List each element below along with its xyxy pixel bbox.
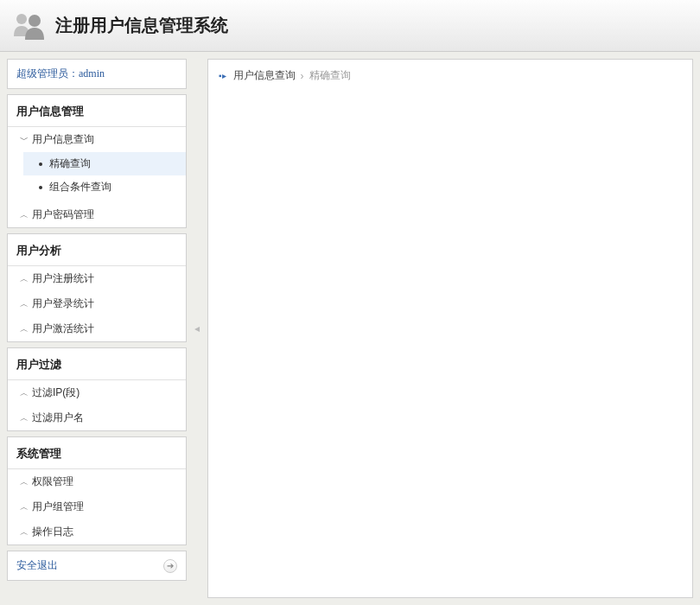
chevron-left-icon: ◂ bbox=[194, 311, 200, 346]
menu-label: 过滤用户名 bbox=[32, 411, 84, 425]
menu-permission-mgmt[interactable]: ︿ 权限管理 bbox=[8, 469, 186, 494]
menu-label: 过滤IP(段) bbox=[32, 385, 80, 400]
menu-label: 操作日志 bbox=[32, 525, 73, 539]
breadcrumb: ▪▸ 用户信息查询 › 精确查询 bbox=[219, 68, 682, 83]
sidebar-collapse-handle[interactable]: ◂ bbox=[194, 59, 200, 598]
section-user-info-mgmt: 用户信息管理 ﹀ 用户信息查询 精确查询 组合条件查询 ︿ 用户密码管理 bbox=[7, 94, 187, 228]
chevron-up-icon: ︿ bbox=[20, 209, 29, 221]
bullet-icon bbox=[39, 162, 42, 166]
menu-label: 用户密码管理 bbox=[32, 207, 94, 222]
chevron-up-icon: ︿ bbox=[20, 501, 29, 513]
section-title: 系统管理 bbox=[8, 437, 186, 469]
content-panel: ▪▸ 用户信息查询 › 精确查询 bbox=[207, 59, 693, 598]
menu-operation-log[interactable]: ︿ 操作日志 bbox=[8, 519, 186, 544]
menu-label: 用户激活统计 bbox=[32, 322, 94, 336]
breadcrumb-icon: ▪▸ bbox=[219, 71, 226, 80]
menu-user-info-query[interactable]: ﹀ 用户信息查询 bbox=[8, 127, 186, 152]
section-system-mgmt: 系统管理 ︿ 权限管理 ︿ 用户组管理 ︿ 操作日志 bbox=[7, 436, 187, 545]
chevron-up-icon: ︿ bbox=[20, 298, 29, 310]
admin-info: 超级管理员：admin bbox=[7, 59, 187, 89]
submenu-user-info-query: 精确查询 组合条件查询 bbox=[8, 152, 186, 202]
menu-user-register-stats[interactable]: ︿ 用户注册统计 bbox=[8, 266, 186, 291]
menu-label: 用户注册统计 bbox=[32, 271, 94, 286]
submenu-label: 组合条件查询 bbox=[49, 180, 111, 194]
main-layout: 超级管理员：admin 用户信息管理 ﹀ 用户信息查询 精确查询 组合条件查询 … bbox=[0, 52, 700, 605]
menu-label: 用户信息查询 bbox=[32, 132, 94, 147]
chevron-up-icon: ︿ bbox=[20, 412, 29, 424]
submenu-exact-query[interactable]: 精确查询 bbox=[23, 152, 186, 175]
chevron-up-icon: ︿ bbox=[20, 387, 29, 399]
chevron-down-icon: ﹀ bbox=[20, 134, 29, 146]
sidebar: 超级管理员：admin 用户信息管理 ﹀ 用户信息查询 精确查询 组合条件查询 … bbox=[7, 59, 187, 598]
menu-user-login-stats[interactable]: ︿ 用户登录统计 bbox=[8, 291, 186, 316]
menu-label: 用户组管理 bbox=[32, 500, 84, 514]
menu-filter-username[interactable]: ︿ 过滤用户名 bbox=[8, 405, 186, 430]
chevron-up-icon: ︿ bbox=[20, 273, 29, 285]
submenu-combined-query[interactable]: 组合条件查询 bbox=[23, 175, 186, 199]
app-title: 注册用户信息管理系统 bbox=[55, 14, 228, 37]
users-icon bbox=[10, 10, 47, 41]
section-title: 用户过滤 bbox=[8, 348, 186, 380]
section-user-filter: 用户过滤 ︿ 过滤IP(段) ︿ 过滤用户名 bbox=[7, 347, 187, 431]
section-title: 用户分析 bbox=[8, 234, 186, 266]
menu-usergroup-mgmt[interactable]: ︿ 用户组管理 bbox=[8, 494, 186, 519]
logout-label: 安全退出 bbox=[16, 558, 58, 573]
menu-user-activate-stats[interactable]: ︿ 用户激活统计 bbox=[8, 316, 186, 341]
submenu-label: 精确查询 bbox=[49, 156, 91, 171]
logout-button[interactable]: 安全退出 ➔ bbox=[7, 551, 187, 581]
chevron-up-icon: ︿ bbox=[20, 526, 29, 538]
svg-point-0 bbox=[16, 14, 27, 24]
menu-label: 用户登录统计 bbox=[32, 296, 94, 311]
bullet-icon bbox=[39, 186, 42, 189]
breadcrumb-separator: › bbox=[301, 70, 304, 82]
menu-user-password-mgmt[interactable]: ︿ 用户密码管理 bbox=[8, 202, 186, 227]
breadcrumb-level1[interactable]: 用户信息查询 bbox=[233, 68, 296, 83]
chevron-up-icon: ︿ bbox=[20, 323, 29, 335]
menu-filter-ip[interactable]: ︿ 过滤IP(段) bbox=[8, 380, 186, 405]
section-title: 用户信息管理 bbox=[8, 95, 186, 127]
app-header: 注册用户信息管理系统 bbox=[0, 0, 700, 52]
chevron-up-icon: ︿ bbox=[20, 476, 29, 488]
breadcrumb-level2: 精确查询 bbox=[309, 68, 351, 83]
arrow-right-icon: ➔ bbox=[163, 559, 177, 573]
svg-point-1 bbox=[29, 15, 41, 27]
section-user-analysis: 用户分析 ︿ 用户注册统计 ︿ 用户登录统计 ︿ 用户激活统计 bbox=[7, 233, 187, 342]
menu-label: 权限管理 bbox=[32, 474, 73, 489]
